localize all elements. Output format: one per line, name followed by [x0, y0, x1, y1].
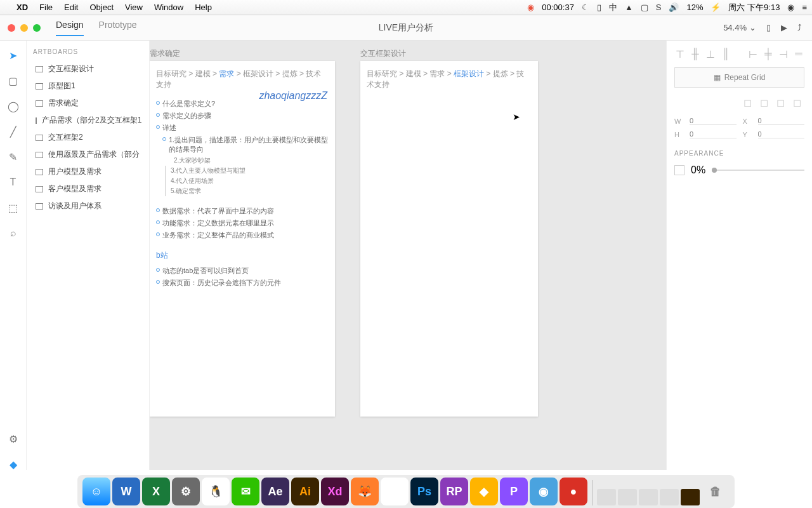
dock-minimized-1[interactable] [597, 489, 616, 505]
play-icon[interactable]: ▶ [781, 23, 787, 32]
dock-settings-icon[interactable]: ⚙ [172, 478, 200, 505]
bullet-icon [156, 232, 160, 236]
dock-ai-icon[interactable]: Ai [291, 478, 319, 505]
input-x[interactable] [758, 117, 805, 125]
dock-ae-icon[interactable]: Ae [261, 478, 289, 505]
input-width[interactable] [690, 117, 737, 125]
align-top-icon[interactable]: ⊤ [674, 48, 686, 60]
dock-wechat-icon[interactable]: ✉ [232, 478, 259, 505]
dock-chrome-icon[interactable]: ◉ [381, 478, 409, 505]
artboard-item[interactable]: 访谈及用户体系 [33, 197, 143, 215]
artboard-label[interactable]: 需求确定 [150, 48, 180, 59]
boolean-subtract-icon[interactable]: ◻ [760, 97, 771, 108]
canvas[interactable]: 需求确定 目标研究 > 建模 > 需求 > 框架设计 > 提炼 > 技术支持 z… [150, 41, 666, 470]
artboard-item[interactable]: 客户模型及需求 [33, 180, 143, 197]
artboard-label[interactable]: 交互框架设计 [360, 48, 406, 59]
wifi-icon[interactable]: ▲ [625, 3, 633, 12]
tab-prototype[interactable]: Prototype [99, 20, 137, 36]
dock-trash-icon[interactable]: 🗑 [702, 478, 730, 505]
dock-minimized-5[interactable] [681, 489, 700, 505]
dock-app-p-icon[interactable]: P [500, 478, 528, 505]
artboard-item[interactable]: 产品需求（部分2及交互框架1 [33, 112, 143, 129]
align-right-icon[interactable]: ⊣ [778, 48, 789, 60]
mic-icon[interactable]: ▯ [597, 3, 601, 12]
line-tool[interactable]: ╱ [8, 126, 19, 137]
tab-design[interactable]: Design [56, 20, 84, 36]
share-icon[interactable]: ⤴ [797, 23, 802, 32]
zoom-dropdown[interactable]: 54.4% ⌄ [723, 23, 756, 32]
ellipse-tool[interactable]: ◯ [8, 100, 19, 112]
notifications-icon[interactable]: ≡ [802, 3, 807, 12]
menu-window[interactable]: Window [154, 3, 183, 12]
layers-icon[interactable]: ◆ [8, 458, 19, 470]
artboard-item[interactable]: 用户模型及需求 [33, 163, 143, 180]
battery-icon[interactable]: ⚡ [710, 3, 721, 12]
maximize-window[interactable] [33, 24, 41, 32]
assets-icon[interactable]: ⚙ [8, 433, 19, 444]
volume-icon[interactable]: 🔊 [669, 3, 679, 12]
distribute-h-icon[interactable]: ═ [793, 48, 804, 60]
boolean-exclude-icon[interactable]: ◻ [793, 97, 804, 108]
artboard-item[interactable]: 原型图1 [33, 77, 143, 95]
pen-tool[interactable]: ✎ [8, 151, 19, 163]
breadcrumb: 目标研究 > 建模 > 需求 > 框架设计 > 提炼 > 技术支持 [156, 69, 329, 90]
menu-help[interactable]: Help [195, 3, 212, 12]
minimize-window[interactable] [20, 24, 28, 32]
device-preview-icon[interactable]: ▯ [766, 23, 771, 32]
artboard-item[interactable]: 交互框架2 [33, 129, 143, 146]
record-icon[interactable]: ◉ [527, 3, 534, 12]
artboard-item[interactable]: 使用愿景及产品需求（部分 [33, 146, 143, 163]
dock-finder-icon[interactable]: ☺ [82, 478, 110, 505]
dock-browser-icon[interactable]: ◉ [530, 478, 558, 505]
bullet-icon [156, 268, 160, 272]
dock-record-icon[interactable]: ● [560, 478, 587, 505]
dock-minimized-4[interactable] [660, 489, 679, 505]
label-x: X [743, 117, 752, 125]
boolean-intersect-icon[interactable]: ◻ [776, 97, 788, 108]
zoom-tool[interactable]: ⌕ [8, 227, 19, 239]
menu-file[interactable]: File [39, 3, 53, 12]
dock-minimized-2[interactable] [618, 489, 637, 505]
artboard-2[interactable]: 目标研究 > 建模 > 需求 > 框架设计 > 提炼 > 技术支持 ➤ [360, 61, 538, 417]
airplay-icon[interactable]: ▢ [641, 3, 648, 12]
status-icon-1[interactable]: ☾ [582, 3, 589, 12]
text-tool[interactable]: T [8, 177, 19, 188]
ime-icon[interactable]: 中 [609, 2, 617, 13]
artboard-tool[interactable]: ⬚ [8, 202, 19, 213]
opacity-slider[interactable] [712, 170, 804, 171]
app-icon-s[interactable]: S [656, 3, 662, 12]
select-tool[interactable]: ➤ [8, 50, 19, 61]
cursor-icon: ➤ [513, 112, 520, 122]
distribute-v-icon[interactable]: ║ [720, 48, 731, 60]
dock-excel-icon[interactable]: X [142, 478, 170, 505]
align-hcenter-icon[interactable]: ╪ [763, 48, 774, 60]
menu-view[interactable]: View [125, 3, 143, 12]
dock-qq-icon[interactable]: 🐧 [202, 478, 230, 505]
menu-object[interactable]: Object [89, 3, 114, 12]
artboard-1[interactable]: 目标研究 > 建模 > 需求 > 框架设计 > 提炼 > 技术支持 zhaoqi… [150, 61, 335, 417]
boolean-union-icon[interactable]: ◻ [743, 97, 755, 108]
artboard-item[interactable]: 需求确定 [33, 95, 143, 112]
artboard-icon [36, 100, 43, 107]
dock-minimized-3[interactable] [639, 489, 658, 505]
dock-sketch-icon[interactable]: ◆ [470, 478, 498, 505]
dock-rp-icon[interactable]: RP [440, 478, 468, 505]
rectangle-tool[interactable]: ▢ [8, 75, 19, 86]
dock-xd-icon[interactable]: Xd [321, 478, 349, 505]
align-bottom-icon[interactable]: ⊥ [705, 48, 716, 60]
zoom-value: 54.4% [723, 23, 747, 32]
input-y[interactable] [758, 130, 805, 138]
dock-ps-icon[interactable]: Ps [410, 478, 438, 505]
close-window[interactable] [8, 24, 15, 32]
dock-firefox-icon[interactable]: 🦊 [351, 478, 379, 505]
artboard-item[interactable]: 交互框架设计 [33, 60, 143, 77]
align-vcenter-icon[interactable]: ╫ [690, 48, 701, 60]
menu-edit[interactable]: Edit [64, 3, 78, 12]
align-left-icon[interactable]: ⊢ [747, 48, 759, 60]
date-time[interactable]: 周六 下午9:13 [728, 2, 780, 13]
dock-word-icon[interactable]: W [112, 478, 140, 505]
siri-icon[interactable]: ◉ [787, 3, 794, 12]
repeat-grid-button[interactable]: ▦ Repeat Grid [674, 67, 804, 88]
app-name[interactable]: XD [16, 3, 28, 12]
input-height[interactable] [690, 130, 737, 138]
